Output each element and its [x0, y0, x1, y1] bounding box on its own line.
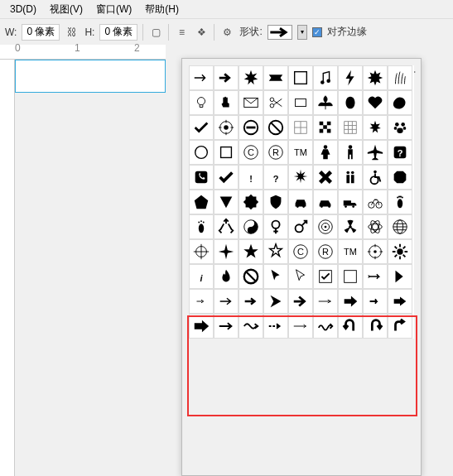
link-icon[interactable]: ⛓ — [65, 25, 80, 40]
menu-help[interactable]: 帮助(H) — [138, 0, 186, 19]
shape-arrow-line[interactable] — [214, 289, 239, 314]
shape-target2[interactable] — [313, 214, 338, 239]
shape-fire[interactable] — [214, 264, 239, 289]
shape-nosign2[interactable] — [239, 264, 263, 289]
shape-star4[interactable] — [214, 239, 239, 264]
shape-dropdown[interactable]: ▾ — [297, 25, 307, 40]
shape-question[interactable]: ? — [388, 140, 412, 165]
shape-shield[interactable] — [263, 190, 288, 214]
shape-star8[interactable] — [363, 65, 388, 90]
shape-star6[interactable] — [263, 239, 288, 264]
menu-3d[interactable]: 3D(D) — [3, 1, 43, 17]
shape-sunburst[interactable] — [388, 239, 412, 264]
shape-mail[interactable] — [239, 90, 263, 115]
shape-arrow-thin[interactable] — [189, 65, 214, 90]
shape-arrow-thin2[interactable] — [214, 314, 239, 339]
shape-arrow-block[interactable] — [338, 289, 363, 314]
shape-yinyang[interactable] — [239, 214, 263, 239]
shape-uturn-r[interactable] — [363, 314, 388, 339]
shape-plane[interactable] — [363, 140, 388, 165]
shape-bike[interactable] — [363, 190, 388, 214]
height-input[interactable] — [99, 24, 137, 41]
shape-star5[interactable] — [239, 239, 263, 264]
shape-badge8[interactable] — [239, 190, 263, 214]
shape-starburst[interactable] — [288, 165, 313, 190]
shape-preview[interactable] — [267, 25, 292, 40]
shape-xmark[interactable] — [313, 165, 338, 190]
shape-scissors[interactable] — [263, 90, 288, 115]
canvas[interactable] — [15, 60, 166, 93]
width-input[interactable] — [22, 24, 60, 41]
shape-noentry[interactable] — [239, 115, 263, 140]
shape-frame[interactable] — [288, 65, 313, 90]
shape-woman[interactable] — [313, 140, 338, 165]
shape-phone[interactable] — [189, 165, 214, 190]
shape-people[interactable] — [338, 165, 363, 190]
shape-check2[interactable] — [214, 165, 239, 190]
shape-arrow-deco[interactable] — [363, 264, 388, 289]
shape-triangle-dn[interactable] — [214, 190, 239, 214]
shape-cursor1[interactable] — [263, 264, 288, 289]
shape-arrow-hair[interactable] — [288, 314, 313, 339]
shape-check[interactable] — [189, 115, 214, 140]
shape-hand[interactable] — [214, 90, 239, 115]
shape-radiation[interactable] — [338, 214, 363, 239]
shape-paw[interactable] — [388, 115, 412, 140]
shape-checkbox[interactable] — [313, 264, 338, 289]
shape-corner-r[interactable] — [388, 314, 412, 339]
shape-male[interactable] — [288, 214, 313, 239]
shape-foot[interactable] — [388, 190, 412, 214]
shape-atom[interactable] — [363, 214, 388, 239]
shape-car2[interactable] — [313, 190, 338, 214]
shape-exclaim[interactable]: ! — [239, 165, 263, 190]
arrange-icon[interactable]: ❖ — [194, 25, 209, 40]
shape-cursor2[interactable] — [288, 264, 313, 289]
shape-squiggle[interactable] — [313, 314, 338, 339]
shape-reg2[interactable]: R — [313, 239, 338, 264]
shape-crosshair[interactable] — [189, 239, 214, 264]
shape-man[interactable] — [338, 140, 363, 165]
shape-tm2[interactable]: TM — [338, 239, 363, 264]
shape-bolt[interactable] — [338, 65, 363, 90]
shape-wheelchair[interactable] — [363, 165, 388, 190]
shape-uturn-l[interactable] — [338, 314, 363, 339]
pathop-icon[interactable]: ▢ — [148, 25, 163, 40]
shape-cop[interactable]: C — [288, 239, 313, 264]
shape-grid9[interactable] — [338, 115, 363, 140]
shape-checkbox2[interactable] — [338, 264, 363, 289]
shape-ornament[interactable] — [338, 90, 363, 115]
menu-view[interactable]: 视图(V) — [43, 0, 89, 19]
shape-chevron[interactable] — [388, 264, 412, 289]
shape-arrow-sm[interactable] — [363, 289, 388, 314]
shape-car1[interactable] — [288, 190, 313, 214]
align-icon[interactable]: ≡ — [174, 25, 189, 40]
shape-arrow-wide[interactable] — [189, 314, 214, 339]
shape-tm[interactable]: TM — [288, 140, 313, 165]
shape-arrow-bold[interactable] — [214, 65, 239, 90]
shape-grass[interactable] — [388, 65, 412, 90]
shape-burst2[interactable] — [363, 115, 388, 140]
shape-info[interactable]: i — [189, 264, 214, 289]
menu-window[interactable]: 窗口(W) — [89, 0, 138, 19]
shape-tiny-arr[interactable] — [189, 289, 214, 314]
shape-arrow-med[interactable] — [239, 289, 263, 314]
align-edges-checkbox[interactable]: ✓ — [312, 27, 322, 37]
shape-female[interactable] — [263, 214, 288, 239]
shape-burst[interactable] — [239, 65, 263, 90]
shape-blob[interactable] — [388, 90, 412, 115]
shape-nosign[interactable] — [263, 115, 288, 140]
shape-square[interactable] — [214, 140, 239, 165]
shape-truck[interactable] — [338, 190, 363, 214]
shape-target[interactable] — [214, 115, 239, 140]
shape-wave[interactable] — [239, 314, 263, 339]
shape-circle[interactable] — [189, 140, 214, 165]
shape-registered[interactable]: R — [263, 140, 288, 165]
shape-arrow-fine[interactable] — [313, 289, 338, 314]
gear-icon[interactable]: ⚙ — [219, 25, 234, 40]
shape-bulb[interactable] — [189, 90, 214, 115]
shape-pentagon[interactable] — [189, 190, 214, 214]
shape-checker[interactable] — [313, 115, 338, 140]
shape-copyright[interactable]: C — [239, 140, 263, 165]
shape-arrow-fat[interactable] — [388, 289, 412, 314]
shape-note[interactable] — [313, 65, 338, 90]
